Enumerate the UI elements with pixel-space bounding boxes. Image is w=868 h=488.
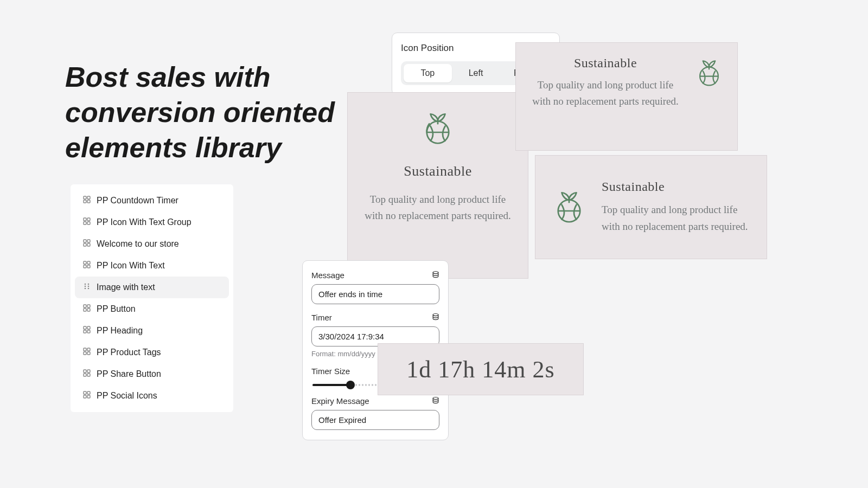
svg-rect-1 xyxy=(87,196,90,199)
icon-position-option-top[interactable]: Top xyxy=(404,64,452,82)
sustainable-card-right: Sustainable Top quality and long product… xyxy=(515,42,738,151)
svg-rect-29 xyxy=(87,330,90,333)
svg-rect-9 xyxy=(87,240,90,242)
svg-rect-5 xyxy=(87,218,90,221)
svg-rect-8 xyxy=(84,240,86,242)
svg-rect-26 xyxy=(84,326,86,329)
element-list-item[interactable]: PP Heading xyxy=(75,320,229,342)
element-list-item[interactable]: PP Product Tags xyxy=(75,342,229,363)
sustainable-card-left: Sustainable Top quality and long product… xyxy=(535,155,767,259)
sustainable-title: Sustainable xyxy=(528,56,683,70)
block-icon xyxy=(82,347,91,358)
element-list-item[interactable]: Welcome to our store xyxy=(75,233,229,255)
svg-rect-27 xyxy=(87,326,90,329)
svg-point-20 xyxy=(85,288,86,290)
svg-rect-31 xyxy=(87,348,90,351)
element-list-item-label: PP Icon With Text Group xyxy=(97,217,192,227)
svg-rect-28 xyxy=(84,330,86,333)
datasource-icon[interactable] xyxy=(432,313,439,322)
message-input[interactable] xyxy=(311,284,439,304)
block-icon xyxy=(82,239,91,249)
svg-point-46 xyxy=(433,313,438,316)
block-icon xyxy=(82,325,91,336)
element-list-item[interactable]: PP Icon With Text Group xyxy=(75,211,229,233)
svg-rect-37 xyxy=(87,374,90,376)
svg-rect-4 xyxy=(84,218,86,221)
element-list-item[interactable]: PP Countdown Timer xyxy=(75,190,229,211)
element-list-item-label: PP Countdown Timer xyxy=(97,196,178,206)
timer-label: Timer xyxy=(311,313,332,322)
svg-point-17 xyxy=(88,284,90,285)
eco-globe-icon xyxy=(418,108,457,149)
element-list-item-label: PP Product Tags xyxy=(97,348,161,357)
svg-point-21 xyxy=(88,288,90,290)
svg-rect-35 xyxy=(87,370,90,373)
svg-rect-11 xyxy=(87,243,90,246)
svg-point-45 xyxy=(433,271,438,273)
eco-globe-icon xyxy=(550,187,589,228)
sustainable-desc: Top quality and long product life with n… xyxy=(528,77,683,110)
element-list-item-label: Image with text xyxy=(97,282,155,292)
svg-rect-34 xyxy=(84,370,86,373)
svg-rect-15 xyxy=(87,265,90,268)
datasource-icon[interactable] xyxy=(432,271,439,280)
sustainable-desc: Top quality and long product life with n… xyxy=(364,191,512,224)
sustainable-title: Sustainable xyxy=(404,163,471,179)
page-headline: Bost sales with conversion oriented elem… xyxy=(65,60,347,165)
expiry-label: Expiry Message xyxy=(311,396,369,406)
block-icon xyxy=(82,217,91,228)
element-list-item-label: PP Social Icons xyxy=(97,391,157,401)
block-icon xyxy=(82,260,91,271)
svg-rect-3 xyxy=(87,200,90,203)
message-label: Message xyxy=(311,271,344,280)
svg-point-16 xyxy=(85,284,86,285)
block-icon xyxy=(82,390,91,401)
block-icon xyxy=(82,369,91,380)
svg-rect-25 xyxy=(87,309,90,311)
svg-rect-36 xyxy=(84,374,86,376)
svg-rect-7 xyxy=(87,222,90,224)
svg-rect-0 xyxy=(84,196,86,199)
element-list-item[interactable]: PP Button xyxy=(75,298,229,320)
icon-position-option-left[interactable]: Left xyxy=(452,64,500,82)
svg-rect-23 xyxy=(87,305,90,307)
element-list-item-label: PP Button xyxy=(97,304,136,314)
element-list-item[interactable]: PP Social Icons xyxy=(75,385,229,407)
svg-point-19 xyxy=(88,286,90,287)
element-list-item-label: PP Icon With Text xyxy=(97,261,165,271)
element-list-item-label: PP Heading xyxy=(97,326,143,336)
sustainable-title: Sustainable xyxy=(602,179,752,194)
eco-globe-icon xyxy=(693,56,725,91)
block-icon xyxy=(82,195,91,206)
drag-handle-icon xyxy=(82,282,91,293)
svg-point-47 xyxy=(433,397,438,399)
svg-rect-41 xyxy=(87,395,90,398)
svg-point-18 xyxy=(85,286,86,287)
element-list-item[interactable]: Image with text xyxy=(75,277,229,298)
svg-rect-22 xyxy=(84,305,86,307)
svg-rect-32 xyxy=(84,352,86,355)
svg-rect-6 xyxy=(84,222,86,224)
svg-rect-24 xyxy=(84,309,86,311)
svg-rect-33 xyxy=(87,352,90,355)
datasource-icon[interactable] xyxy=(432,396,439,406)
sustainable-desc: Top quality and long product life with n… xyxy=(602,202,752,235)
svg-rect-40 xyxy=(84,395,86,398)
timer-size-label: Timer Size xyxy=(311,367,350,376)
svg-rect-30 xyxy=(84,348,86,351)
svg-rect-10 xyxy=(84,243,86,246)
svg-rect-38 xyxy=(84,391,86,394)
svg-rect-39 xyxy=(87,391,90,394)
svg-rect-2 xyxy=(84,200,86,203)
sustainable-card-top: Sustainable Top quality and long product… xyxy=(347,92,528,279)
element-list-item-label: Welcome to our store xyxy=(97,239,179,249)
element-list-item-label: PP Share Button xyxy=(97,369,161,379)
svg-rect-12 xyxy=(84,261,86,264)
svg-rect-13 xyxy=(87,261,90,264)
countdown-display: 1d 17h 14m 2s xyxy=(378,343,584,395)
element-list-item[interactable]: PP Icon With Text xyxy=(75,255,229,277)
element-list-item[interactable]: PP Share Button xyxy=(75,363,229,385)
svg-rect-14 xyxy=(84,265,86,268)
block-icon xyxy=(82,304,91,314)
expiry-input[interactable] xyxy=(311,410,439,430)
